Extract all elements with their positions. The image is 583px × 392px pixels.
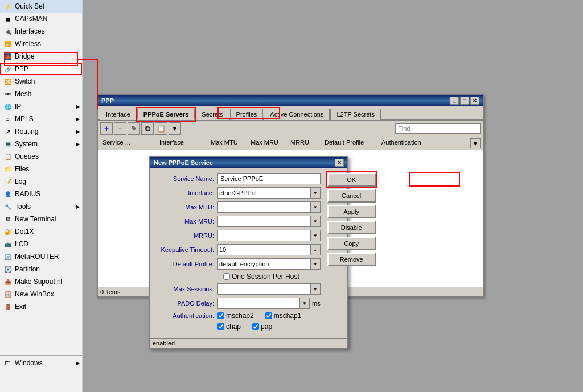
mrru-dropdown-btn[interactable]: ▼ bbox=[310, 230, 321, 241]
remove-button[interactable]: − bbox=[114, 122, 126, 135]
sidebar-item-tools[interactable]: 🔧 Tools ▶ bbox=[0, 200, 82, 213]
sidebar-item-ip[interactable]: 🌐 IP ▶ bbox=[0, 100, 82, 113]
sidebar-item-routing[interactable]: ↗ Routing ▶ bbox=[0, 125, 82, 138]
sidebar-item-lcd[interactable]: 📺 LCD bbox=[0, 238, 82, 250]
filter-button[interactable]: ▼ bbox=[169, 122, 181, 135]
add-button[interactable]: + bbox=[100, 122, 113, 135]
edit-button[interactable]: ✎ bbox=[128, 122, 140, 135]
sidebar-item-winbox[interactable]: 🪟 New WinBox bbox=[0, 288, 82, 300]
sidebar-item-terminal[interactable]: 🖥 New Terminal bbox=[0, 213, 82, 225]
authentication-label: Authentication: bbox=[155, 312, 217, 319]
sidebar-item-radius[interactable]: 👤 RADIUS bbox=[0, 188, 82, 200]
col-maxmru: Max MRU bbox=[248, 138, 288, 148]
interface-input[interactable] bbox=[217, 187, 310, 199]
dialog-action-buttons: OK Cancel Apply Disable Copy bbox=[325, 168, 379, 338]
pado-delay-input[interactable] bbox=[217, 298, 299, 309]
dialog-title: New PPPoE Service bbox=[154, 159, 213, 166]
maxmru-row: Max MRU: ▼ bbox=[155, 216, 321, 227]
pap-item: pap bbox=[252, 323, 272, 331]
maximize-button[interactable]: □ bbox=[460, 97, 469, 105]
sidebar-item-windows[interactable]: 🗔 Windows ▶ bbox=[0, 357, 82, 369]
exit-icon: 🚪 bbox=[3, 302, 13, 311]
dialog-close-button[interactable]: ✕ bbox=[335, 159, 344, 167]
apply-button[interactable]: Apply bbox=[327, 205, 376, 218]
routing-arrow: ▶ bbox=[76, 129, 80, 134]
maxmru-dropdown-btn[interactable]: ▼ bbox=[310, 216, 321, 227]
mschap2-label: mschap2 bbox=[226, 312, 254, 320]
table-content: New PPPoE Service ✕ Service Name: bbox=[98, 150, 483, 287]
default-profile-dropdown-btn[interactable]: ▼ bbox=[310, 258, 321, 270]
default-profile-input[interactable] bbox=[217, 258, 310, 270]
supout-icon: 📤 bbox=[3, 277, 13, 286]
pado-delay-dropdown-btn[interactable]: ▼ bbox=[299, 298, 310, 309]
remove-button[interactable]: Remove bbox=[327, 253, 376, 266]
sidebar-item-wireless[interactable]: 📶 Wireless bbox=[0, 38, 82, 50]
service-name-input[interactable] bbox=[217, 173, 321, 184]
table-header: Service ... Interface Max MTU Max MRU MR… bbox=[98, 137, 483, 150]
disable-button[interactable]: Disable bbox=[327, 221, 376, 234]
dot1x-icon: 🔐 bbox=[3, 227, 13, 236]
sidebar-item-mpls[interactable]: ≡ MPLS ▶ bbox=[0, 113, 82, 125]
copy-toolbar-button[interactable]: ⧉ bbox=[141, 122, 154, 135]
one-session-checkbox[interactable] bbox=[223, 273, 230, 280]
mschap1-checkbox[interactable] bbox=[265, 312, 272, 319]
pado-delay-wrapper: ▼ bbox=[217, 298, 310, 309]
sidebar-item-ppp[interactable]: 🔗 PPP bbox=[0, 63, 82, 75]
sidebar-item-metarouter[interactable]: 🔄 MetaROUTER bbox=[0, 250, 82, 263]
keepalive-up-btn[interactable]: ▲ bbox=[310, 244, 321, 255]
col-options-button[interactable]: ▼ bbox=[470, 138, 481, 148]
paste-button[interactable]: 📋 bbox=[155, 122, 167, 135]
dialog-status: enabled bbox=[153, 340, 175, 346]
mschap2-checkbox[interactable] bbox=[217, 312, 224, 319]
interface-dropdown-btn[interactable]: ▼ bbox=[310, 187, 321, 199]
maxmtu-dropdown-btn[interactable]: ▼ bbox=[310, 201, 321, 213]
sidebar-item-queues[interactable]: 📋 Queues bbox=[0, 150, 82, 163]
pap-checkbox[interactable] bbox=[252, 323, 259, 330]
one-session-checkbox-item: One Session Per Host bbox=[223, 273, 299, 280]
sidebar-item-switch[interactable]: 🔀 Switch bbox=[0, 75, 82, 88]
ip-arrow: ▶ bbox=[76, 104, 80, 109]
auth-checkboxes-row1: mschap2 mschap1 bbox=[217, 312, 308, 320]
sidebar-item-bridge[interactable]: 🌉 Bridge bbox=[0, 50, 82, 63]
pado-delay-row: PADO Delay: ▼ ms bbox=[155, 298, 321, 309]
sidebar-item-system[interactable]: 💻 System ▶ bbox=[0, 138, 82, 150]
cancel-button[interactable]: Cancel bbox=[327, 189, 376, 203]
sidebar-item-exit[interactable]: 🚪 Exit bbox=[0, 300, 82, 313]
tab-interface[interactable]: Interface bbox=[100, 109, 137, 120]
max-sessions-dropdown-btn[interactable]: ▼ bbox=[310, 283, 321, 295]
keepalive-input[interactable] bbox=[217, 244, 310, 255]
switch-icon: 🔀 bbox=[3, 77, 13, 86]
mrru-input[interactable] bbox=[217, 230, 310, 241]
tab-secrets[interactable]: Secrets bbox=[195, 109, 229, 120]
pado-delay-suffix: ms bbox=[312, 300, 321, 307]
find-input[interactable] bbox=[395, 123, 481, 134]
tab-profiles[interactable]: Profiles bbox=[230, 109, 264, 120]
sidebar-item-interfaces[interactable]: 🔌 Interfaces bbox=[0, 25, 82, 38]
maxmru-input[interactable] bbox=[217, 216, 310, 227]
col-service: Service ... bbox=[100, 138, 157, 148]
chap-checkbox[interactable] bbox=[217, 323, 224, 330]
sidebar-item-log[interactable]: 📝 Log bbox=[0, 175, 82, 188]
sidebar-item-partition[interactable]: 💽 Partition bbox=[0, 263, 82, 275]
interface-label: Interface: bbox=[155, 189, 217, 196]
sidebar-item-quickset[interactable]: ⚡ Quick Set bbox=[0, 0, 82, 13]
close-button[interactable]: ✕ bbox=[470, 97, 479, 105]
maxmtu-input[interactable] bbox=[217, 201, 310, 213]
tab-active-connections[interactable]: Active Connections bbox=[264, 109, 330, 120]
authentication-row: Authentication: mschap2 mschap1 bbox=[155, 312, 321, 320]
sidebar-item-capsman[interactable]: ◼ CAPsMAN bbox=[0, 13, 82, 25]
ok-button[interactable]: OK bbox=[327, 173, 376, 187]
copy-button[interactable]: Copy bbox=[327, 237, 376, 250]
tab-l2tp-secrets[interactable]: L2TP Secrets bbox=[330, 109, 380, 120]
tab-pppoe-servers[interactable]: PPPoE Servers bbox=[137, 109, 195, 120]
sidebar-item-supout[interactable]: 📤 Make Supout.rif bbox=[0, 275, 82, 288]
sidebar-item-dot1x[interactable]: 🔐 Dot1X bbox=[0, 225, 82, 238]
mschap1-item: mschap1 bbox=[265, 312, 302, 320]
minimize-button[interactable]: _ bbox=[450, 97, 459, 105]
service-name-label: Service Name: bbox=[155, 175, 217, 182]
sidebar-item-files[interactable]: 📁 Files bbox=[0, 163, 82, 175]
max-sessions-input[interactable] bbox=[217, 283, 310, 295]
sidebar-item-mesh[interactable]: ••• Mesh bbox=[0, 88, 82, 100]
col-mrru: MRRU bbox=[288, 138, 322, 148]
sidebar: ⚡ Quick Set ◼ CAPsMAN 🔌 Interfaces 📶 Wir… bbox=[0, 0, 83, 392]
